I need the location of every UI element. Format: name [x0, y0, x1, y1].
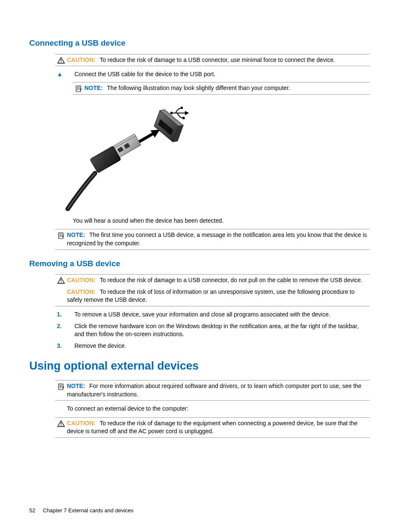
note-label: NOTE:: [67, 383, 85, 389]
svg-point-22: [61, 282, 61, 283]
note-text: The following illustration may look slig…: [107, 85, 290, 91]
caution-label: CAUTION:: [67, 288, 95, 295]
svg-point-10: [182, 117, 185, 119]
step-text: Click the remove hardware icon on the Wi…: [74, 322, 370, 339]
note-label: NOTE:: [67, 231, 85, 238]
caution-callout: CAUTION:To reduce the risk of damage to …: [55, 417, 370, 438]
chapter-label: Chapter 7 External cards and devices: [43, 507, 133, 514]
caution-label: CAUTION:: [67, 420, 95, 427]
svg-rect-9: [181, 107, 183, 109]
heading-external-devices: Using optional external devices: [29, 358, 370, 374]
svg-rect-17: [59, 233, 63, 239]
caution-text: To reduce the risk of damage to the equi…: [67, 420, 358, 435]
caution-icon: [55, 419, 67, 427]
caution-label: CAUTION:: [67, 277, 95, 283]
note-icon: [73, 84, 84, 93]
step-number: 2.: [55, 322, 74, 339]
note-text: For more information about required soft…: [67, 383, 361, 398]
step-row: 2. Click the remove hardware icon on the…: [55, 322, 370, 339]
caution-icon: [55, 276, 67, 284]
step-marker-triangle: ▲: [55, 70, 74, 79]
note-icon: [55, 382, 67, 391]
note-callout: NOTE:The following illustration may look…: [73, 82, 370, 95]
note-callout: NOTE:The first time you connect a USB de…: [55, 229, 370, 249]
note-icon: [55, 231, 67, 239]
step-row: 3. Remove the device.: [55, 342, 370, 350]
svg-rect-23: [59, 384, 63, 390]
caution-callout: CAUTION:To reduce the risk of damage to …: [55, 274, 370, 285]
svg-line-11: [139, 134, 153, 142]
heading-connecting-usb: Connecting a USB device: [29, 38, 370, 49]
svg-point-28: [61, 425, 61, 426]
svg-point-1: [61, 62, 61, 62]
step-text: Remove the device.: [74, 342, 370, 350]
spacer: [55, 288, 67, 289]
step-row: ▲ Connect the USB cable for the device t…: [55, 70, 370, 79]
step-number: 3.: [55, 342, 74, 350]
caution-text: To reduce the risk of damage to a USB co…: [100, 277, 362, 283]
note-callout: NOTE:For more information about required…: [55, 380, 370, 401]
caution-icon: [55, 56, 67, 64]
after-illustration-text: You will hear a sound when the device ha…: [73, 217, 370, 225]
step-text: To remove a USB device, save your inform…: [74, 311, 370, 319]
caution-callout: CAUTION:To reduce the risk of loss of in…: [55, 285, 370, 306]
caution-text: To reduce the risk of loss of informatio…: [67, 288, 355, 303]
note-text: The first time you connect a USB device,…: [67, 231, 367, 247]
page-number: 52: [29, 507, 35, 514]
note-label: NOTE:: [84, 85, 103, 91]
heading-removing-usb: Removing a USB device: [29, 258, 370, 270]
page-footer: 52Chapter 7 External cards and devices: [29, 507, 133, 514]
caution-callout: CAUTION:To reduce the risk of damage to …: [55, 54, 370, 67]
step-text: Connect the USB cable for the device to …: [74, 70, 370, 79]
caution-text: To reduce the risk of damage to a USB co…: [100, 57, 335, 63]
paragraph: To connect an external device to the com…: [67, 405, 370, 413]
caution-label: CAUTION:: [67, 57, 95, 63]
usb-illustration: [55, 102, 370, 211]
step-row: 1. To remove a USB device, save your inf…: [55, 311, 370, 319]
svg-rect-2: [76, 86, 81, 92]
step-number: 1.: [55, 311, 74, 319]
